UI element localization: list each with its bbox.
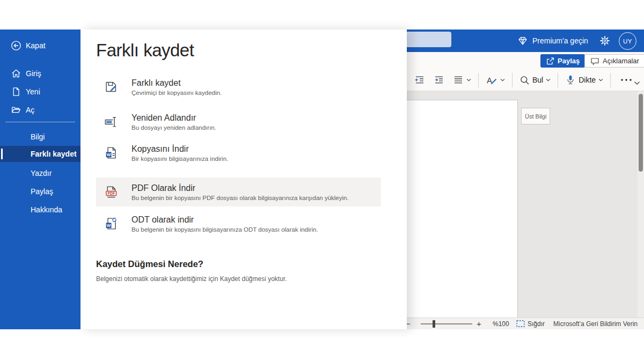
saveas-option-download-copy[interactable]: W Kopyasını İndir Bir kopyasını bilgisay…	[96, 138, 381, 167]
where-is-save-title: Kaydet Düğmesi Nerede?	[96, 259, 203, 269]
pdf-document-icon: PDF	[102, 185, 120, 199]
share-button[interactable]: Paylaş	[540, 54, 585, 68]
sidebar-item-kapat[interactable]: Kapat	[0, 39, 80, 52]
sidebar-item-label: Yeni	[26, 87, 40, 96]
svg-text:PDF: PDF	[108, 191, 115, 195]
sidebar-item-giris[interactable]: Giriş	[0, 67, 80, 80]
fit-to-page-label[interactable]: Sığdır	[528, 318, 545, 329]
saveas-option-download-pdf[interactable]: PDF PDF Olarak İndir Bu belgenin bir kop…	[96, 178, 381, 206]
sidebar-item-label: Paylaş	[31, 187, 53, 196]
chevron-down-icon	[466, 78, 471, 82]
decrease-indent-icon[interactable]	[414, 75, 425, 85]
search-icon	[519, 75, 530, 85]
rename-icon	[102, 115, 120, 129]
premium-diamond-icon	[517, 35, 528, 46]
comments-label: Açıklamalar	[603, 57, 639, 65]
option-title: Kopyasını İndir	[131, 144, 228, 154]
sidebar-item-label: Farklı kaydet	[31, 150, 77, 158]
zoom-in-button[interactable]: +	[477, 318, 481, 329]
saveas-option-rename[interactable]: Yeniden Adlandır Bu dosyayı yeniden adla…	[96, 107, 381, 136]
sidebar-item-paylas[interactable]: Paylaş	[0, 185, 80, 198]
new-document-icon	[11, 86, 21, 97]
avatar-initials: UY	[623, 38, 632, 45]
home-icon	[11, 68, 21, 79]
fit-to-page-icon[interactable]	[516, 318, 525, 329]
backstage-sidebar: Kapat Giriş Yeni	[0, 29, 80, 329]
toolbar-divider	[610, 73, 611, 87]
settings-gear-icon[interactable]	[599, 35, 610, 46]
option-description: Bu belgenin bir kopyasını PDF dosyası ol…	[131, 195, 349, 201]
backstage-panel: Farklı kaydet Farklı kaydet Çevrimiçi bi…	[80, 29, 407, 329]
text-effects-button[interactable]: A	[486, 75, 505, 85]
more-options-icon[interactable]	[618, 78, 635, 82]
saveas-option-save-a-copy[interactable]: Farklı kaydet Çevrimiçi bir kopyasını ka…	[96, 72, 381, 101]
share-label: Paylaş	[558, 57, 580, 65]
option-description: Çevrimiçi bir kopyasını kaydedin.	[131, 90, 222, 96]
ribbon-toolbar: A Bul	[400, 70, 635, 90]
sidebar-item-yeni[interactable]: Yeni	[0, 85, 80, 98]
chevron-down-icon	[598, 78, 603, 82]
alignment-options-button[interactable]	[453, 75, 471, 85]
microphone-icon	[565, 75, 576, 85]
sidebar-item-label: Giriş	[26, 69, 41, 78]
saveas-option-download-odt[interactable]: W ODT olarak indir Bu belgenin bir kopya…	[96, 209, 381, 238]
option-title: PDF Olarak İndir	[131, 183, 349, 193]
toolbar-divider	[558, 73, 558, 87]
sidebar-item-label: Yazdır	[31, 169, 52, 178]
odt-document-icon: W	[102, 217, 120, 231]
chevron-down-icon	[546, 78, 551, 82]
svg-text:W: W	[107, 152, 111, 157]
ribbon-collapse-chevron-icon[interactable]	[634, 81, 640, 85]
sidebar-item-bilgi[interactable]: Bilgi	[0, 130, 80, 143]
zoom-slider[interactable]	[421, 318, 472, 329]
chevron-down-icon	[500, 78, 505, 82]
sidebar-item-label: Aç	[26, 106, 34, 114]
premium-label: Premium'a geçin	[532, 36, 588, 45]
comments-button[interactable]: Açıklamalar	[584, 54, 644, 68]
find-button[interactable]: Bul	[519, 75, 551, 85]
vertical-scrollbar[interactable]	[638, 91, 644, 317]
find-label: Bul	[532, 76, 543, 84]
page-title: Farklı kaydet	[96, 40, 194, 61]
zoom-level-value: %100	[493, 318, 509, 329]
word-document-icon: W	[102, 146, 120, 160]
sidebar-item-yazdir[interactable]: Yazdır	[0, 167, 80, 180]
feedback-link[interactable]: Microsoft'a Geri Bildirim Verin	[553, 318, 638, 329]
option-title: ODT olarak indir	[131, 215, 318, 225]
dictate-label: Dikte	[579, 76, 596, 84]
option-description: Bu dosyayı yeniden adlandırın.	[131, 124, 216, 131]
account-avatar[interactable]: UY	[619, 32, 636, 50]
zoom-slider-thumb[interactable]	[433, 320, 435, 328]
dictate-button[interactable]: Dikte	[565, 75, 603, 85]
comment-bubble-icon	[590, 57, 599, 65]
increase-indent-icon[interactable]	[434, 75, 444, 85]
sidebar-item-hakkinda[interactable]: Hakkında	[0, 203, 80, 216]
where-is-save-text: Belgenizi otomatik olarak kaydettiğimiz …	[96, 275, 287, 283]
open-folder-icon	[11, 105, 21, 115]
toolbar-divider	[478, 73, 479, 87]
screenshot-root: Premium'a geçin UY	[0, 0, 644, 362]
back-circle-icon	[11, 40, 21, 51]
share-icon	[546, 57, 554, 65]
sidebar-item-label: Bilgi	[31, 132, 45, 141]
premium-upgrade-button[interactable]: Premium'a geçin	[517, 29, 588, 52]
sidebar-item-farkli-kaydet[interactable]: Farklı kaydet	[0, 146, 80, 162]
sidebar-item-label: Hakkında	[31, 205, 62, 214]
scrollbar-thumb[interactable]	[639, 94, 643, 172]
option-title: Yeniden Adlandır	[131, 113, 216, 123]
header-tag: Üst Bilgi	[521, 108, 550, 124]
option-description: Bir kopyasını bilgisayarınıza indirin.	[131, 156, 228, 162]
word-web-app: Premium'a geçin UY	[0, 29, 644, 329]
header-tag-label: Üst Bilgi	[525, 113, 546, 120]
option-description: Bu belgenin bir kopyasını bilgisayarınız…	[131, 226, 318, 233]
sidebar-divider	[5, 122, 75, 122]
svg-text:W: W	[107, 223, 111, 228]
toolbar-divider	[512, 73, 513, 87]
sidebar-item-label: Kapat	[26, 41, 46, 50]
sidebar-item-ac[interactable]: Aç	[0, 104, 80, 116]
option-title: Farklı kaydet	[131, 78, 222, 88]
save-as-icon	[102, 80, 120, 94]
